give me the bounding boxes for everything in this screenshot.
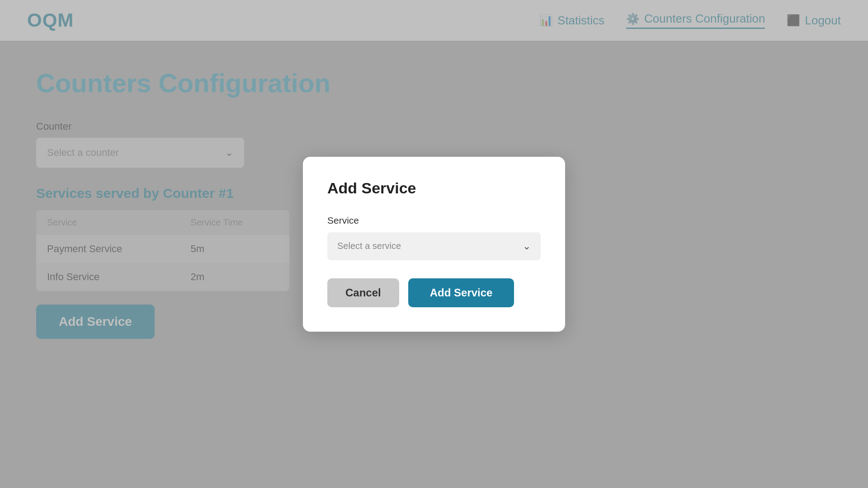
modal-overlay: Add Service Service Select a service ⌄ C… [0, 0, 868, 488]
modal-service-label: Service [327, 215, 541, 226]
modal-service-select[interactable]: Select a service ⌄ [327, 232, 541, 260]
modal-chevron-icon: ⌄ [523, 240, 531, 252]
modal-add-service-button[interactable]: Add Service [408, 278, 514, 307]
modal-actions: Cancel Add Service [327, 278, 541, 307]
cancel-button[interactable]: Cancel [327, 278, 399, 307]
add-service-modal: Add Service Service Select a service ⌄ C… [303, 157, 565, 332]
modal-service-placeholder: Select a service [337, 241, 401, 251]
modal-title: Add Service [327, 179, 541, 197]
